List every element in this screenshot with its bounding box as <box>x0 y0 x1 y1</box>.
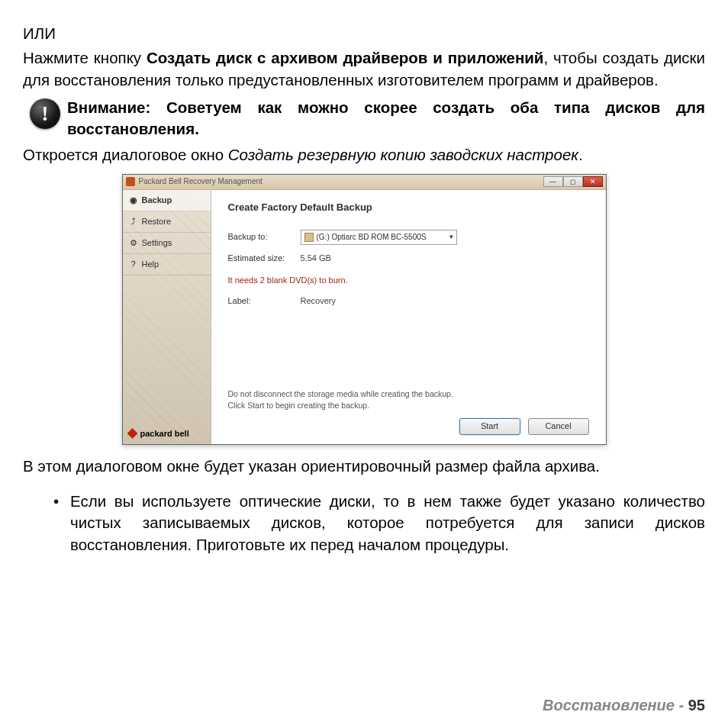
page-footer: Восстановление - 95 <box>543 697 705 714</box>
sidebar-item-restore[interactable]: ⤴ Restore <box>123 211 211 233</box>
row-estimated-size: Estimated size: 5.54 GB <box>228 253 589 264</box>
sidebar-item-settings[interactable]: ⚙ Settings <box>123 233 211 254</box>
window-titlebar: Packard Bell Recovery Management — ◻ ✕ <box>123 175 606 190</box>
footer-section: Восстановление - <box>543 697 684 714</box>
restore-icon: ⤴ <box>129 217 138 226</box>
footer-page-number: 95 <box>688 697 705 714</box>
text-span: Откроется диалоговое окно <box>23 146 228 163</box>
est-size-value: 5.54 GB <box>301 253 331 264</box>
panel-title: Create Factory Default Backup <box>228 201 589 214</box>
warning-icon: ! <box>30 98 60 129</box>
text-span: Нажмите кнопку <box>23 49 147 66</box>
bullet-list: Если вы используете оптические диски, то… <box>23 491 705 556</box>
paragraph-dialog-opens: Откроется диалоговое окно Создать резерв… <box>23 144 705 166</box>
italic-dialog-name: Создать резервную копию заводских настро… <box>228 146 578 163</box>
text-span: . <box>578 146 583 163</box>
paragraph-approx-size: В этом диалоговом окне будет указан орие… <box>23 456 705 477</box>
needs-blank-note: It needs 2 blank DVD(s) to burn. <box>228 275 589 286</box>
drive-icon <box>304 233 314 242</box>
bullet-item-optical: Если вы используете оптические диски, то… <box>70 491 705 556</box>
brand-text: packard bell <box>140 428 189 440</box>
sidebar-item-label: Settings <box>142 237 172 249</box>
warning-callout: ! Внимание: Советуем как можно скорее со… <box>23 97 705 140</box>
maximize-button[interactable]: ◻ <box>563 176 583 187</box>
dropdown-value: (G:) Optiarc BD ROM BC-5500S <box>317 232 427 243</box>
sidebar: ◉ Backup ⤴ Restore ⚙ Settings ? Help <box>123 190 211 444</box>
or-heading: ИЛИ <box>23 23 705 44</box>
app-icon <box>126 177 135 186</box>
button-row: Start Cancel <box>228 418 589 435</box>
window-title: Packard Bell Recovery Management <box>139 176 263 187</box>
start-button[interactable]: Start <box>459 418 520 435</box>
row-backup-to: Backup to: (G:) Optiarc BD ROM BC-5500S … <box>228 230 589 245</box>
app-window: Packard Bell Recovery Management — ◻ ✕ ◉… <box>122 174 607 445</box>
close-button[interactable]: ✕ <box>583 176 603 187</box>
paragraph-create-disc: Нажмите кнопку Создать диск с архивом др… <box>23 47 705 91</box>
label-value: Recovery <box>301 295 336 307</box>
sidebar-item-label: Restore <box>142 216 172 227</box>
dialog-screenshot: Packard Bell Recovery Management — ◻ ✕ ◉… <box>23 174 705 445</box>
row-label: Label: Recovery <box>228 295 589 307</box>
sidebar-item-label: Help <box>142 259 159 270</box>
bottom-notes: Do not disconnect the storage media whil… <box>228 388 589 410</box>
chevron-down-icon: ▾ <box>449 232 453 241</box>
sidebar-item-backup[interactable]: ◉ Backup <box>123 190 211 211</box>
main-panel: Create Factory Default Backup Backup to:… <box>211 190 606 444</box>
help-icon: ? <box>129 260 138 269</box>
backup-to-dropdown[interactable]: (G:) Optiarc BD ROM BC-5500S ▾ <box>301 230 457 245</box>
bold-action-name: Создать диск с архивом драйверов и прило… <box>147 49 544 66</box>
window-controls: — ◻ ✕ <box>543 176 603 187</box>
backup-to-label: Backup to: <box>228 231 301 243</box>
disc-icon: ◉ <box>129 195 138 205</box>
est-size-label: Estimated size: <box>228 253 301 264</box>
minimize-button[interactable]: — <box>543 176 563 187</box>
app-body: ◉ Backup ⤴ Restore ⚙ Settings ? Help <box>123 190 606 444</box>
note-line-1: Do not disconnect the storage media whil… <box>228 388 589 399</box>
cancel-button[interactable]: Cancel <box>528 418 589 435</box>
warning-icon-wrap: ! <box>23 97 67 129</box>
warning-text: Внимание: Советуем как можно скорее созд… <box>67 97 705 140</box>
sidebar-item-help[interactable]: ? Help <box>123 254 211 275</box>
label-label: Label: <box>228 295 301 307</box>
sidebar-item-label: Backup <box>142 195 172 206</box>
brand-area: packard bell <box>123 424 211 444</box>
note-line-2: Click Start to begin creating the backup… <box>228 400 589 411</box>
gear-icon: ⚙ <box>129 239 138 248</box>
brand-logo-icon <box>127 428 138 439</box>
